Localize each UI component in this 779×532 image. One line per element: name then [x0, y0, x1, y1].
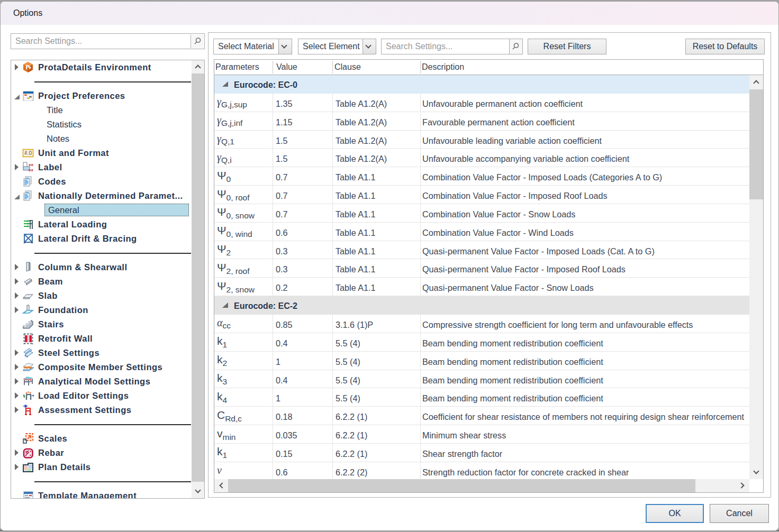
svg-text:xx: xx: [29, 168, 33, 172]
svg-text:xx: xx: [29, 162, 33, 167]
svg-text:#.0: #.0: [24, 150, 32, 156]
